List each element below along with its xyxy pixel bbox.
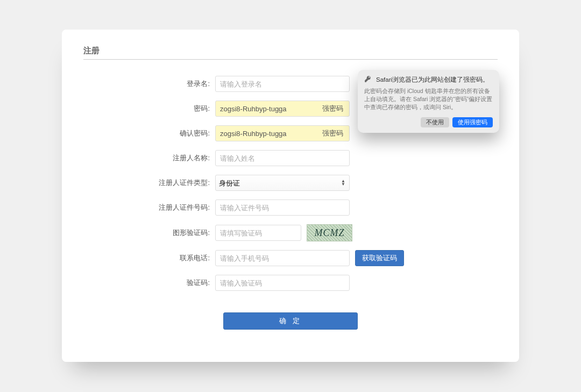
row-idnum: 注册人证件号码:	[83, 199, 498, 216]
phone-input[interactable]	[215, 250, 350, 266]
safari-password-popover: Safari浏览器已为此网站创建了强密码。 此密码会存储到 iCloud 钥匙串…	[358, 70, 499, 133]
popover-title: Safari浏览器已为此网站创建了强密码。	[376, 76, 489, 84]
login-input[interactable]	[215, 76, 350, 92]
row-idtype: 注册人证件类型: 身份证 ▲▼	[83, 175, 498, 191]
popover-use-button[interactable]: 使用强密码	[452, 117, 493, 127]
popover-cancel-button[interactable]: 不使用	[421, 117, 449, 127]
row-name: 注册人名称:	[83, 150, 498, 166]
label-name: 注册人名称:	[83, 153, 215, 163]
label-idtype: 注册人证件类型:	[83, 178, 215, 188]
captcha-image[interactable]: MCMZ	[307, 224, 352, 241]
name-input[interactable]	[215, 150, 350, 166]
row-phone: 联系电话: 获取验证码	[83, 250, 498, 266]
password-strength-badge: 强密码	[320, 103, 345, 115]
key-icon	[364, 75, 372, 84]
label-confirm: 确认密码:	[83, 129, 215, 138]
smscode-input[interactable]	[215, 275, 350, 291]
row-captcha: 图形验证码: MCMZ	[83, 224, 498, 241]
captcha-input[interactable]	[215, 225, 301, 241]
label-login: 登录名:	[83, 79, 215, 89]
confirm-strength-badge: 强密码	[320, 127, 345, 139]
page-title: 注册	[83, 46, 498, 60]
get-sms-button[interactable]: 获取验证码	[355, 250, 404, 266]
idtype-select[interactable]: 身份证	[215, 175, 350, 191]
label-phone: 联系电话:	[83, 253, 215, 263]
popover-body: 此密码会存储到 iCloud 钥匙串并在您的所有设备上自动填充。请在 Safar…	[364, 87, 493, 112]
submit-button[interactable]: 确 定	[223, 312, 358, 330]
row-smscode: 验证码:	[83, 275, 498, 291]
idnum-input[interactable]	[215, 199, 350, 216]
label-idnum: 注册人证件号码:	[83, 203, 215, 212]
label-smscode: 验证码:	[83, 278, 215, 288]
label-password: 密码:	[83, 104, 215, 113]
label-captcha: 图形验证码:	[83, 228, 215, 238]
